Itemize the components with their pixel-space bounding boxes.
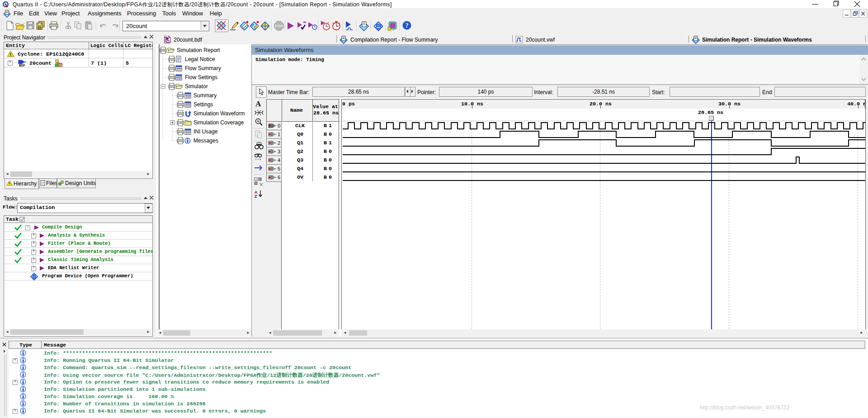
svg-text:?: ? (406, 22, 409, 29)
svg-text:STOP: STOP (275, 24, 283, 28)
svg-text:Z: Z (255, 194, 257, 199)
svg-text:A: A (255, 100, 261, 108)
svg-text:28.65 ns: 28.65 ns (698, 109, 723, 116)
svg-text:BDF: BDF (19, 64, 25, 67)
